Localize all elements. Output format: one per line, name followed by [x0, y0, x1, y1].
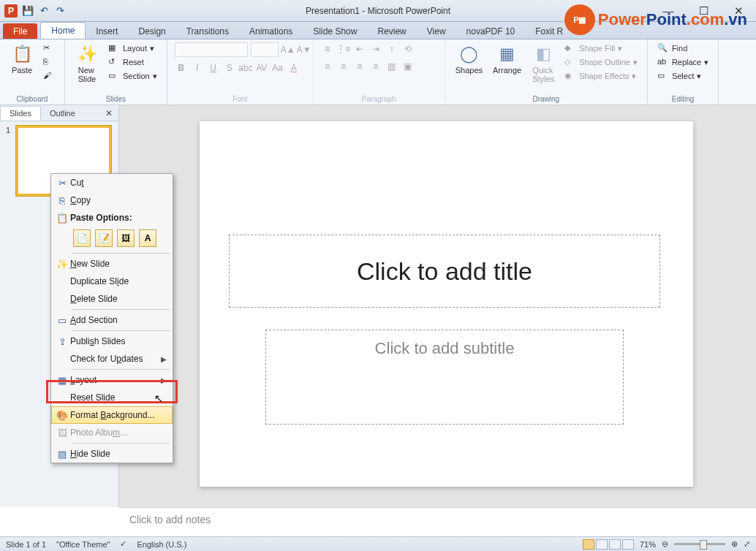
slide[interactable]: Click to add title Click to add subtitle [200, 121, 693, 487]
copy-button[interactable]: ⎘ [41, 56, 57, 68]
case-icon[interactable]: Aa [271, 61, 284, 75]
align-left-icon[interactable]: ≡ [321, 60, 334, 73]
ctx-layout[interactable]: ▦Layout▶ [51, 371, 173, 389]
window-title: Presentation1 - Microsoft PowerPoint [306, 6, 450, 16]
shape-fill-button[interactable]: ◆Shape Fill ▾ [562, 42, 640, 54]
italic-icon[interactable]: I [191, 61, 204, 75]
separator [72, 369, 170, 370]
find-label: Find [672, 44, 687, 53]
paste-keep-formatting[interactable]: 📄 [73, 229, 91, 247]
shape-outline-button[interactable]: ◇Shape Outline ▾ [562, 56, 640, 68]
ctx-new-slide[interactable]: ✨New Slide [51, 255, 173, 273]
tab-slides-thumb[interactable]: Slides [0, 106, 41, 121]
normal-view-button[interactable] [583, 539, 594, 550]
tab-file[interactable]: File [3, 23, 37, 39]
tab-view[interactable]: View [417, 23, 456, 39]
align-center-icon[interactable]: ≡ [337, 60, 350, 73]
tab-slideshow[interactable]: Slide Show [303, 23, 367, 39]
shadow-icon[interactable]: abc [239, 61, 252, 75]
find-button[interactable]: 🔍Find [655, 42, 711, 54]
layout-button[interactable]: ▦Layout ▾ [106, 42, 159, 54]
ctx-duplicate-slide[interactable]: Duplicate Slide [51, 273, 173, 290]
watermark-logo: P▦ PowerPoint.com.vn [564, 4, 747, 35]
tab-review[interactable]: Review [367, 23, 416, 39]
zoom-level[interactable]: 71% [640, 540, 656, 549]
zoom-slider[interactable] [674, 543, 725, 545]
bullets-icon[interactable]: ≡ [321, 42, 334, 56]
tab-design[interactable]: Design [128, 23, 175, 39]
tab-outline-thumb[interactable]: Outline [41, 107, 84, 120]
separator [72, 330, 170, 331]
status-bar: Slide 1 of 1 "Office Theme" ✓ English (U… [0, 536, 756, 551]
new-slide-icon: ✨ [54, 259, 70, 270]
shape-effects-button[interactable]: ◉Shape Effects ▾ [562, 70, 640, 82]
line-spacing-icon[interactable]: ↕ [385, 42, 398, 56]
spacing-icon[interactable]: AV [255, 61, 268, 75]
ctx-hide-slide[interactable]: ▨Hide Slide [51, 445, 173, 463]
arrange-button[interactable]: ▦Arrange [490, 42, 524, 76]
numbering-icon[interactable]: ⋮≡ [337, 42, 350, 56]
zoom-in-icon[interactable]: ⊕ [731, 539, 738, 549]
tab-insert[interactable]: Insert [86, 23, 128, 39]
ctx-delete-slide[interactable]: Delete Slide [51, 290, 173, 308]
ctx-publish-slides[interactable]: ⇪Publish Slides [51, 332, 173, 350]
ctx-add-section[interactable]: ▭Add Section [51, 311, 173, 329]
tab-home[interactable]: Home [40, 22, 86, 39]
paste-use-destination[interactable]: 📝 [95, 229, 113, 247]
logo-power: Power [598, 10, 646, 29]
sorter-view-button[interactable] [596, 539, 608, 550]
grow-font-icon[interactable]: A▲ [281, 43, 295, 56]
smart-art-icon[interactable]: ▣ [401, 60, 415, 73]
ribbon: 📋Paste ✂ ⎘ 🖌 Clipboard ✨New Slide ▦Layou… [0, 39, 756, 105]
spellcheck-icon[interactable]: ✓ [120, 539, 126, 549]
new-slide-button[interactable]: ✨New Slide [72, 42, 102, 85]
status-language[interactable]: English (U.S.) [137, 540, 186, 549]
tab-novapdf[interactable]: novaPDF 10 [456, 23, 526, 39]
paste-text-only[interactable]: A [139, 229, 156, 247]
underline-icon[interactable]: U [207, 61, 220, 75]
shapes-button[interactable]: ◯Shapes [453, 42, 485, 76]
select-button[interactable]: ▭Select ▾ [655, 70, 711, 82]
zoom-out-icon[interactable]: ⊖ [662, 539, 668, 549]
indent-dec-icon[interactable]: ⇤ [353, 42, 366, 56]
select-label: Select [672, 72, 695, 80]
ctx-copy[interactable]: ⎘Copy [51, 191, 173, 209]
paste-picture[interactable]: 🖼 [117, 229, 135, 247]
tab-animations[interactable]: Animations [239, 23, 303, 39]
quick-styles-button[interactable]: ◧Quick Styles [529, 42, 558, 85]
slide-canvas-area: Click to add title Click to add subtitle [119, 105, 756, 507]
reading-view-button[interactable] [609, 539, 621, 550]
align-right-icon[interactable]: ≡ [353, 60, 366, 73]
group-slides: ✨New Slide ▦Layout ▾ ↺Reset ▭Section ▾ S… [65, 39, 167, 104]
cut-button[interactable]: ✂ [41, 42, 57, 54]
indent-inc-icon[interactable]: ⇥ [369, 42, 382, 56]
justify-icon[interactable]: ≡ [369, 60, 382, 73]
font-size-select[interactable] [251, 42, 279, 57]
ctx-reset-slide[interactable]: Reset Slide [51, 389, 173, 406]
tab-transitions[interactable]: Transitions [176, 23, 239, 39]
ctx-check-updates[interactable]: Check for Updates▶ [51, 350, 173, 368]
replace-button[interactable]: abReplace ▾ [655, 56, 711, 68]
paste-button[interactable]: 📋Paste [7, 42, 37, 76]
slideshow-view-button[interactable] [622, 539, 634, 550]
thumbnails-close-icon[interactable]: ✕ [99, 108, 118, 118]
redo-icon[interactable]: ↷ [54, 5, 66, 17]
strike-icon[interactable]: S [223, 61, 236, 75]
subtitle-placeholder[interactable]: Click to add subtitle [265, 330, 624, 425]
reset-button[interactable]: ↺Reset [106, 56, 159, 68]
format-painter-button[interactable]: 🖌 [41, 70, 57, 82]
text-direction-icon[interactable]: ⟲ [401, 42, 415, 56]
title-placeholder[interactable]: Click to add title [229, 235, 660, 308]
undo-icon[interactable]: ↶ [38, 5, 50, 17]
fit-slide-icon[interactable]: ⤢ [744, 539, 750, 549]
bold-icon[interactable]: B [175, 61, 188, 75]
font-color-icon[interactable]: A [287, 61, 300, 75]
ctx-cut[interactable]: ✂Cut [51, 174, 173, 191]
section-button[interactable]: ▭Section ▾ [106, 70, 159, 82]
notes-pane[interactable]: Click to add notes [119, 507, 756, 536]
columns-icon[interactable]: ▥ [385, 60, 398, 73]
save-icon[interactable]: 💾 [22, 5, 34, 17]
ctx-format-background[interactable]: 🎨Format Background... [51, 406, 173, 424]
font-family-select[interactable] [175, 42, 248, 57]
shrink-font-icon[interactable]: A▼ [298, 43, 311, 56]
